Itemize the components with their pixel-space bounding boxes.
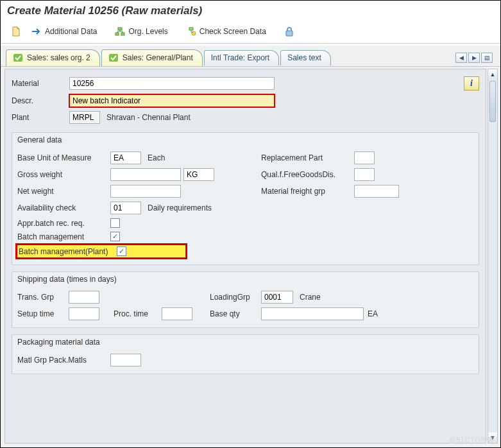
tab-scroll-right-button[interactable]: ▶ [468,53,480,63]
descr-row: Descr. [12,92,479,109]
material-freight-label: Material freight grp [261,187,354,196]
loading-grp-text: Crane [293,293,321,302]
document-icon [11,26,21,37]
svg-rect-7 [109,54,118,62]
material-row: Material i [12,74,479,92]
appr-batch-label: Appr.batch rec. req. [17,219,110,228]
qual-freegoods-field[interactable] [354,168,375,181]
scroll-up-button[interactable]: ▲ [488,69,497,80]
trans-grp-label: Trans. Grp [17,293,69,302]
base-qty-unit: EA [364,309,378,318]
matl-grp-pack-field[interactable] [110,354,141,366]
description-field[interactable] [69,94,275,107]
scroll-down-button[interactable]: ▼ [488,433,497,443]
tab-intl-trade-export[interactable]: Intl Trade: Export [204,50,279,65]
toolbar: Additional Data Org. Levels Check Screen… [1,22,500,44]
buom-label: Base Unit of Measure [17,153,110,162]
tab-strip: Sales: sales org. 2 Sales: General/Plant… [1,46,500,67]
svg-rect-1 [115,33,119,35]
tab-label: Sales: sales org. 2 [27,53,90,62]
tab-scroll-left-button[interactable]: ◀ [455,53,467,63]
plant-text: Shravan - Chennai Plant [100,113,191,122]
check-screen-label: Check Screen Data [200,27,266,36]
loading-grp-field[interactable] [261,291,293,304]
proc-time-label: Proc. time [114,309,162,318]
svg-rect-6 [13,54,22,62]
check-screen-icon [186,26,196,37]
tab-check-icon [108,53,119,63]
scroll-thumb[interactable] [489,81,496,122]
general-data-title: General data [12,133,479,148]
lock-button[interactable] [280,25,298,38]
batch-management-plant-label: Batch management(Plant) [17,247,117,256]
gross-weight-field[interactable] [110,168,181,181]
plant-field[interactable] [69,111,100,124]
tab-sales-org-2[interactable]: Sales: sales org. 2 [6,49,100,66]
plant-row: Plant Shravan - Chennai Plant [12,109,479,126]
proc-time-field[interactable] [162,307,192,320]
tab-check-icon [13,53,23,63]
availability-check-field[interactable] [110,202,141,214]
base-qty-field[interactable] [261,307,364,320]
content-area: Sales: sales org. 2 Sales: General/Plant… [1,46,500,447]
vertical-scrollbar[interactable]: ▲ ▼ [488,69,498,444]
page-title: Create Material 10256 (Raw materials) [1,1,500,22]
descr-label: Descr. [12,96,69,105]
svg-rect-2 [121,33,124,35]
tab-label: Intl Trade: Export [211,53,269,62]
loading-grp-label: LoadingGrp [210,293,261,302]
replacement-part-label: Replacement Part [261,153,354,162]
setup-time-field[interactable] [69,307,99,320]
org-levels-icon [115,26,125,37]
setup-time-label: Setup time [17,309,69,318]
material-freight-field[interactable] [354,185,399,198]
matl-grp-pack-label: Matl Grp Pack.Matls [17,356,110,365]
base-qty-label: Base qty [210,309,261,318]
check-screen-button[interactable]: Check Screen Data [182,25,270,38]
tab-sales-general-plant[interactable]: Sales: General/Plant [101,49,203,66]
batch-management-plant-row: Batch management(Plant) [17,245,185,257]
buom-field[interactable] [110,151,141,164]
org-levels-button[interactable]: Org. Levels [111,25,171,38]
appr-batch-checkbox[interactable] [110,218,120,228]
tab-sales-text[interactable]: Sales text [280,50,331,65]
replacement-part-field[interactable] [354,151,375,164]
availability-check-text: Daily requirements [141,203,212,212]
toolbar-doc-button[interactable] [7,25,25,38]
svg-rect-3 [189,28,193,30]
batch-management-plant-checkbox[interactable] [117,246,126,256]
tab-navigation: ◀ ▶ ▤ [455,53,495,63]
info-button[interactable]: i [464,76,479,90]
material-field[interactable] [69,77,275,90]
plant-label: Plant [12,113,69,122]
material-label: Material [12,79,69,88]
qual-freegoods-label: Qual.f.FreeGoodsDis. [261,170,354,179]
gross-weight-unit-field[interactable] [183,168,214,181]
batch-management-label: Batch management [17,232,110,241]
tab-label: Sales: General/Plant [123,53,193,62]
packaging-data-title: Packaging material data [12,335,479,350]
net-weight-field[interactable] [110,185,181,198]
batch-management-checkbox[interactable] [110,232,120,241]
shipping-data-title: Shipping data (times in days) [12,272,479,288]
additional-data-button[interactable]: Additional Data [28,25,101,38]
arrow-right-icon [31,26,42,37]
svg-rect-5 [286,31,293,36]
tab-page: Material i Descr. Plant Shravan - Chenna… [4,69,486,444]
gross-weight-label: Gross weight [17,170,110,179]
svg-rect-0 [118,28,122,30]
buom-text: Each [141,153,165,162]
tab-list-button[interactable]: ▤ [481,53,493,63]
net-weight-label: Net weight [17,187,110,196]
packaging-data-group: Packaging material data Matl Grp Pack.Ma… [12,334,479,374]
additional-data-label: Additional Data [45,27,97,36]
trans-grp-field[interactable] [69,291,99,304]
availability-check-label: Availability check [17,203,110,212]
org-levels-label: Org. Levels [128,27,167,36]
general-data-group: General data Base Unit of Measure Each R… [12,132,479,265]
tab-label: Sales text [287,53,321,62]
lock-icon [284,26,294,37]
shipping-data-group: Shipping data (times in days) Trans. Grp… [12,271,479,328]
